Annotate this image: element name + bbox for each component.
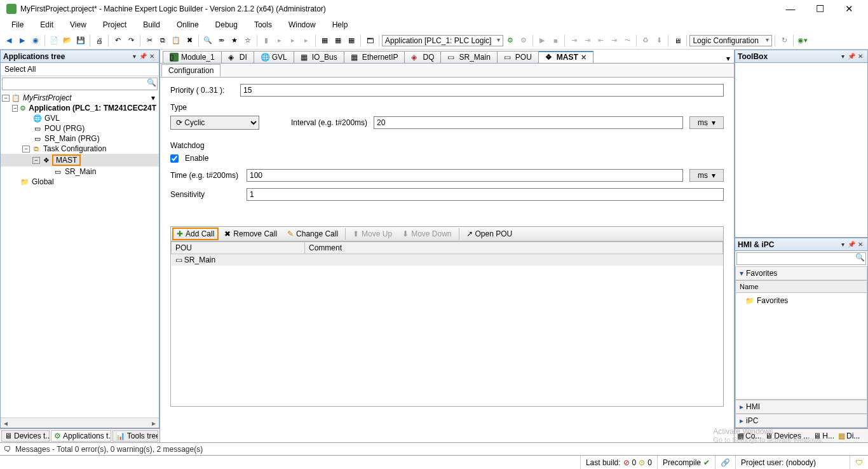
debug-step2-icon[interactable]: ▸ <box>287 34 299 47</box>
open-pou-button[interactable]: ↗Open POU <box>462 228 517 240</box>
tree-hscroll[interactable]: ◂▸ <box>1 418 159 428</box>
menu-tools[interactable]: Tools <box>247 19 280 31</box>
tree-application[interactable]: − ⚙ Application (PLC_1: TM241CEC24T <box>1 103 159 113</box>
ipc-section[interactable]: ▸iPC <box>735 414 867 428</box>
menu-project[interactable]: Project <box>95 19 134 31</box>
menu-window[interactable]: Window <box>281 19 323 31</box>
compile-icon[interactable]: ♻ <box>639 34 652 47</box>
grid3-icon[interactable]: ▦ <box>345 34 358 47</box>
save-icon[interactable]: 💾 <box>74 34 87 47</box>
enable-checkbox[interactable] <box>170 154 179 163</box>
tree-sr-main-task[interactable]: ▭ SR_Main <box>1 167 159 177</box>
change-call-button[interactable]: ✎Change Call <box>283 228 342 240</box>
messages-bar[interactable]: 🗨 Messages - Total 0 error(s), 0 warning… <box>0 442 868 455</box>
step4-icon[interactable]: ⇥ <box>607 34 620 47</box>
tree-global[interactable]: 📁 Global <box>1 177 159 187</box>
panel-dropdown-icon[interactable]: ▾ <box>838 53 847 60</box>
tree-project[interactable]: − 📋 MyFirstProject ▾ <box>1 93 159 103</box>
panel-close-icon[interactable]: ✕ <box>147 53 156 60</box>
tree-sr-main-prg[interactable]: ▭ SR_Main (PRG) <box>1 133 159 144</box>
paste-icon[interactable]: 📋 <box>170 34 182 47</box>
grid2-icon[interactable]: ▦ <box>332 34 344 47</box>
tab-srmain[interactable]: ▭SR_Main <box>440 51 497 63</box>
mtab-co[interactable]: ▦Co... <box>736 432 763 440</box>
time-unit[interactable]: ms▾ <box>689 169 724 182</box>
nav-back-icon[interactable]: ◀ <box>3 34 15 47</box>
step-over-icon[interactable]: ⇥ <box>581 34 593 47</box>
sensitivity-input[interactable] <box>247 188 724 201</box>
interval-input[interactable] <box>374 116 683 129</box>
expand-icon[interactable]: − <box>2 95 10 102</box>
type-combo[interactable]: ⟳ Cyclic <box>170 116 259 130</box>
debug-step-icon[interactable]: ▸ <box>273 34 286 47</box>
expand-icon[interactable]: − <box>32 157 40 164</box>
time-input[interactable] <box>247 169 683 182</box>
login-icon[interactable]: ⚙ <box>504 34 517 47</box>
step-out-icon[interactable]: ⇤ <box>594 34 607 47</box>
application-combo[interactable]: Application [PLC_1: PLC Logic] <box>382 35 503 46</box>
screen-icon[interactable]: 🖥 <box>671 34 684 47</box>
menu-online[interactable]: Online <box>169 19 207 31</box>
tab-pou[interactable]: ▭POU <box>497 51 539 63</box>
menu-edit[interactable]: Edit <box>32 19 61 31</box>
remove-call-button[interactable]: ✖Remove Call <box>220 228 281 240</box>
menu-build[interactable]: Build <box>135 19 168 31</box>
undo-icon[interactable]: ↶ <box>111 34 124 47</box>
copy-icon[interactable]: ⧉ <box>156 34 169 47</box>
tab-tools-tree[interactable]: 📊Tools tree <box>112 430 158 442</box>
cut-icon[interactable]: ✂ <box>143 34 156 47</box>
logout-icon[interactable]: ⚙ <box>517 34 530 47</box>
col-comment[interactable]: Comment <box>305 242 723 254</box>
mtab-devices[interactable]: 🖥Devices ... <box>764 432 811 440</box>
expand-icon[interactable]: − <box>12 105 18 112</box>
refresh-icon[interactable]: ↻ <box>778 34 790 47</box>
tab-module1[interactable]: ▯Module_1 <box>163 51 222 63</box>
priority-input[interactable] <box>240 84 724 97</box>
favorites-item[interactable]: 📁 Favorites <box>738 296 864 306</box>
hmi-search-input[interactable] <box>737 253 854 264</box>
bookmark2-icon[interactable]: ☆ <box>241 34 254 47</box>
grid-icon[interactable]: ▦ <box>318 34 331 47</box>
new-icon[interactable]: 📄 <box>48 34 60 47</box>
download-icon[interactable]: ⬇ <box>653 34 665 47</box>
debug-pause-icon[interactable]: ▮ <box>260 34 273 47</box>
mtab-h[interactable]: 🖥H... <box>812 432 836 440</box>
tabs-overflow-icon[interactable]: ▾ <box>726 54 730 63</box>
tab-di[interactable]: ◈DI <box>221 51 254 63</box>
debug-step3-icon[interactable]: ▸ <box>300 34 313 47</box>
find-icon[interactable]: 🔍 <box>201 34 214 47</box>
add-call-button[interactable]: ✚Add Call <box>172 228 219 240</box>
expand-icon[interactable]: − <box>22 146 30 153</box>
favorites-name-col[interactable]: Name <box>735 280 867 293</box>
panel-dropdown-icon[interactable]: ▾ <box>130 53 139 60</box>
subtab-configuration[interactable]: Configuration <box>161 64 220 77</box>
print-icon[interactable]: 🖨 <box>93 34 105 47</box>
step-into-icon[interactable]: ⇥ <box>567 34 580 47</box>
config-combo[interactable]: Logic Configuration <box>689 35 772 46</box>
tab-close-icon[interactable]: ✕ <box>581 53 587 62</box>
hmi-section[interactable]: ▸HMI <box>735 400 867 414</box>
open-icon[interactable]: 📂 <box>61 34 74 47</box>
move-down-button[interactable]: ⬇Move Down <box>398 228 456 240</box>
select-all[interactable]: Select All <box>1 63 159 76</box>
find-next-icon[interactable]: ⤃ <box>215 34 227 47</box>
tab-mast[interactable]: ❖MAST✕ <box>538 51 593 63</box>
panel-pin-icon[interactable]: 📌 <box>847 241 856 248</box>
app-icon2[interactable]: 🗔 <box>363 34 376 47</box>
mtab-di[interactable]: ▦Di... <box>837 432 861 440</box>
col-pou[interactable]: POU <box>172 242 305 254</box>
panel-dropdown-icon[interactable]: ▾ <box>838 241 847 248</box>
menu-debug[interactable]: Debug <box>208 19 245 31</box>
bookmark-icon[interactable]: ★ <box>228 34 241 47</box>
panel-pin-icon[interactable]: 📌 <box>847 53 856 60</box>
tab-dq[interactable]: ◈DQ <box>404 51 441 63</box>
tree-mast[interactable]: − ❖ MAST <box>1 154 159 167</box>
nav-fwd-icon[interactable]: ▶ <box>16 34 29 47</box>
tree-search-input[interactable] <box>3 78 146 90</box>
menu-file[interactable]: File <box>4 19 31 31</box>
search-icon[interactable]: 🔍 <box>146 78 157 90</box>
run-icon[interactable]: ▶ <box>536 34 548 47</box>
tab-applications-tree[interactable]: ⚙Applications t... <box>51 430 111 442</box>
panel-close-icon[interactable]: ✕ <box>856 241 865 248</box>
menu-help[interactable]: Help <box>325 19 356 31</box>
